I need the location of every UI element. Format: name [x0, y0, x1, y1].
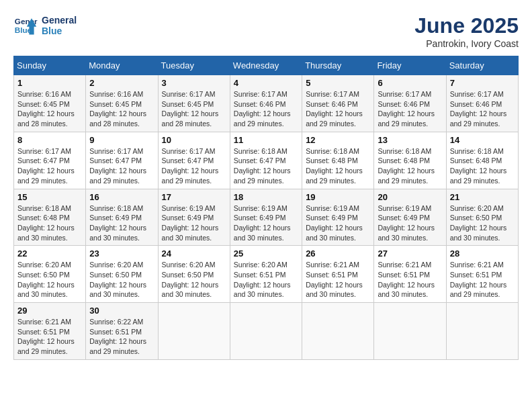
day-info: Sunrise: 6:17 AM Sunset: 6:46 PM Dayligh… [306, 89, 370, 129]
day-number: 3 [162, 78, 226, 88]
day-cell: 1Sunrise: 6:16 AM Sunset: 6:45 PM Daylig… [14, 75, 86, 132]
day-cell: 26Sunrise: 6:21 AM Sunset: 6:51 PM Dayli… [302, 246, 374, 303]
day-cell: 3Sunrise: 6:17 AM Sunset: 6:45 PM Daylig… [158, 75, 230, 132]
day-cell: 30Sunrise: 6:22 AM Sunset: 6:51 PM Dayli… [86, 303, 158, 360]
day-number: 12 [306, 135, 370, 145]
day-info: Sunrise: 6:17 AM Sunset: 6:46 PM Dayligh… [450, 89, 515, 129]
day-info: Sunrise: 6:17 AM Sunset: 6:47 PM Dayligh… [17, 146, 82, 186]
weekday-header-saturday: Saturday [446, 56, 518, 75]
day-cell: 23Sunrise: 6:20 AM Sunset: 6:50 PM Dayli… [86, 246, 158, 303]
day-cell: 7Sunrise: 6:17 AM Sunset: 6:46 PM Daylig… [446, 75, 518, 132]
calendar-body: 1Sunrise: 6:16 AM Sunset: 6:45 PM Daylig… [14, 75, 519, 360]
day-number: 6 [378, 78, 442, 88]
day-number: 13 [378, 135, 442, 145]
week-row-4: 22Sunrise: 6:20 AM Sunset: 6:50 PM Dayli… [14, 246, 519, 303]
day-number: 30 [89, 306, 154, 316]
weekday-header-wednesday: Wednesday [230, 56, 302, 75]
day-number: 15 [17, 192, 82, 202]
day-info: Sunrise: 6:18 AM Sunset: 6:47 PM Dayligh… [234, 146, 298, 186]
day-info: Sunrise: 6:20 AM Sunset: 6:50 PM Dayligh… [450, 203, 515, 243]
day-cell: 8Sunrise: 6:17 AM Sunset: 6:47 PM Daylig… [14, 132, 86, 189]
day-info: Sunrise: 6:18 AM Sunset: 6:48 PM Dayligh… [450, 146, 515, 186]
day-info: Sunrise: 6:17 AM Sunset: 6:46 PM Dayligh… [378, 89, 442, 129]
day-cell [158, 303, 230, 360]
day-cell: 28Sunrise: 6:21 AM Sunset: 6:51 PM Dayli… [446, 246, 518, 303]
day-info: Sunrise: 6:18 AM Sunset: 6:48 PM Dayligh… [378, 146, 442, 186]
day-info: Sunrise: 6:21 AM Sunset: 6:51 PM Dayligh… [450, 260, 515, 300]
week-row-1: 1Sunrise: 6:16 AM Sunset: 6:45 PM Daylig… [14, 75, 519, 132]
day-info: Sunrise: 6:16 AM Sunset: 6:45 PM Dayligh… [89, 89, 154, 129]
weekday-header-sunday: Sunday [14, 56, 86, 75]
day-number: 9 [89, 135, 154, 145]
day-cell: 17Sunrise: 6:19 AM Sunset: 6:49 PM Dayli… [158, 189, 230, 246]
day-cell: 20Sunrise: 6:19 AM Sunset: 6:49 PM Dayli… [374, 189, 446, 246]
day-number: 1 [17, 78, 82, 88]
day-number: 29 [17, 306, 82, 316]
title-area: June 2025 Pantrokin, Ivory Coast [414, 13, 519, 49]
day-cell: 16Sunrise: 6:18 AM Sunset: 6:49 PM Dayli… [86, 189, 158, 246]
day-number: 17 [162, 192, 226, 202]
day-info: Sunrise: 6:17 AM Sunset: 6:45 PM Dayligh… [162, 89, 226, 129]
month-title: June 2025 [414, 13, 519, 38]
day-info: Sunrise: 6:17 AM Sunset: 6:46 PM Dayligh… [234, 89, 298, 129]
day-cell: 12Sunrise: 6:18 AM Sunset: 6:48 PM Dayli… [302, 132, 374, 189]
day-info: Sunrise: 6:18 AM Sunset: 6:49 PM Dayligh… [89, 203, 154, 243]
day-cell: 6Sunrise: 6:17 AM Sunset: 6:46 PM Daylig… [374, 75, 446, 132]
week-row-5: 29Sunrise: 6:21 AM Sunset: 6:51 PM Dayli… [14, 303, 519, 360]
day-info: Sunrise: 6:19 AM Sunset: 6:49 PM Dayligh… [162, 203, 226, 243]
day-info: Sunrise: 6:17 AM Sunset: 6:47 PM Dayligh… [162, 146, 226, 186]
day-info: Sunrise: 6:18 AM Sunset: 6:48 PM Dayligh… [17, 203, 82, 243]
day-cell [446, 303, 518, 360]
day-number: 28 [450, 248, 515, 259]
day-info: Sunrise: 6:16 AM Sunset: 6:45 PM Dayligh… [17, 89, 82, 129]
day-number: 8 [17, 135, 82, 145]
day-cell: 29Sunrise: 6:21 AM Sunset: 6:51 PM Dayli… [14, 303, 86, 360]
day-number: 25 [234, 248, 298, 259]
day-info: Sunrise: 6:22 AM Sunset: 6:51 PM Dayligh… [89, 317, 154, 357]
day-info: Sunrise: 6:21 AM Sunset: 6:51 PM Dayligh… [17, 317, 82, 357]
logo: General Blue General Blue [13, 13, 77, 38]
day-number: 11 [234, 135, 298, 145]
day-number: 7 [450, 78, 515, 88]
day-cell: 21Sunrise: 6:20 AM Sunset: 6:50 PM Dayli… [446, 189, 518, 246]
weekday-header-row: SundayMondayTuesdayWednesdayThursdayFrid… [14, 56, 519, 75]
week-row-3: 15Sunrise: 6:18 AM Sunset: 6:48 PM Dayli… [14, 189, 519, 246]
day-number: 22 [17, 248, 82, 259]
day-cell: 4Sunrise: 6:17 AM Sunset: 6:46 PM Daylig… [230, 75, 302, 132]
day-cell: 22Sunrise: 6:20 AM Sunset: 6:50 PM Dayli… [14, 246, 86, 303]
day-cell: 2Sunrise: 6:16 AM Sunset: 6:45 PM Daylig… [86, 75, 158, 132]
day-number: 27 [378, 248, 442, 259]
day-cell: 27Sunrise: 6:21 AM Sunset: 6:51 PM Dayli… [374, 246, 446, 303]
day-cell: 19Sunrise: 6:19 AM Sunset: 6:49 PM Dayli… [302, 189, 374, 246]
location-title: Pantrokin, Ivory Coast [414, 38, 519, 49]
day-cell: 5Sunrise: 6:17 AM Sunset: 6:46 PM Daylig… [302, 75, 374, 132]
day-info: Sunrise: 6:21 AM Sunset: 6:51 PM Dayligh… [306, 260, 370, 300]
day-cell: 13Sunrise: 6:18 AM Sunset: 6:48 PM Dayli… [374, 132, 446, 189]
day-cell: 9Sunrise: 6:17 AM Sunset: 6:47 PM Daylig… [86, 132, 158, 189]
day-number: 26 [306, 248, 370, 259]
day-info: Sunrise: 6:19 AM Sunset: 6:49 PM Dayligh… [234, 203, 298, 243]
logo-blue: Blue [42, 26, 77, 36]
header: General Blue General Blue June 2025 Pant… [13, 13, 519, 49]
day-number: 19 [306, 192, 370, 202]
day-number: 21 [450, 192, 515, 202]
week-row-2: 8Sunrise: 6:17 AM Sunset: 6:47 PM Daylig… [14, 132, 519, 189]
weekday-header-monday: Monday [86, 56, 158, 75]
day-cell [302, 303, 374, 360]
weekday-header-tuesday: Tuesday [158, 56, 230, 75]
day-number: 20 [378, 192, 442, 202]
day-info: Sunrise: 6:19 AM Sunset: 6:49 PM Dayligh… [378, 203, 442, 243]
day-number: 16 [89, 192, 154, 202]
day-cell [374, 303, 446, 360]
day-cell: 15Sunrise: 6:18 AM Sunset: 6:48 PM Dayli… [14, 189, 86, 246]
day-cell: 14Sunrise: 6:18 AM Sunset: 6:48 PM Dayli… [446, 132, 518, 189]
day-cell [230, 303, 302, 360]
day-info: Sunrise: 6:20 AM Sunset: 6:51 PM Dayligh… [234, 260, 298, 300]
day-number: 2 [89, 78, 154, 88]
day-number: 10 [162, 135, 226, 145]
day-cell: 24Sunrise: 6:20 AM Sunset: 6:50 PM Dayli… [158, 246, 230, 303]
day-info: Sunrise: 6:17 AM Sunset: 6:47 PM Dayligh… [89, 146, 154, 186]
day-cell: 11Sunrise: 6:18 AM Sunset: 6:47 PM Dayli… [230, 132, 302, 189]
day-number: 5 [306, 78, 370, 88]
day-number: 14 [450, 135, 515, 145]
